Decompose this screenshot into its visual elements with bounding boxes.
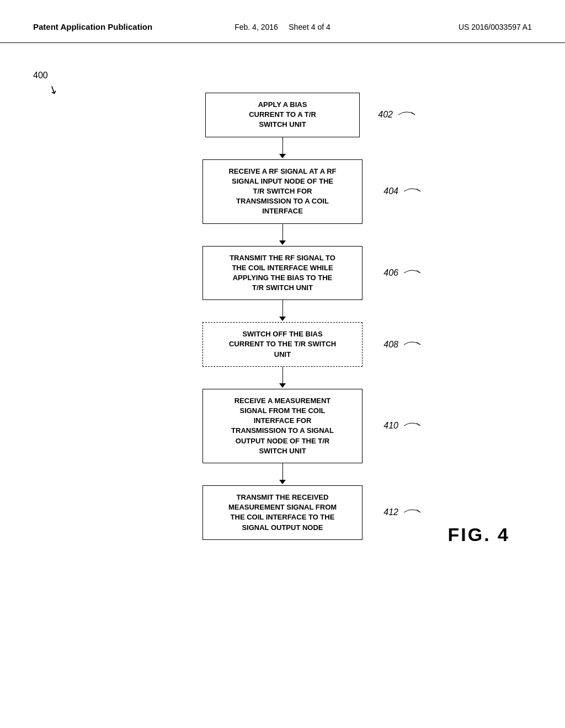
svg-line-5 [417,510,420,512]
ref-curve-402 [396,109,418,120]
flow-box-402-text: APPLY A BIASCURRENT TO A T/RSWITCH UNIT [249,100,316,129]
flow-node-row-410: RECEIVE A MEASUREMENTSIGNAL FROM THE COI… [117,389,448,463]
flow-box-410-text: RECEIVE A MEASUREMENTSIGNAL FROM THE COI… [231,397,334,455]
arrow-3 [279,300,286,322]
diagram-area: 400 ↘ APPLY A BIASCURRENT TO A T/RSWITCH… [0,43,565,562]
sheet-info: Sheet 4 of 4 [289,23,331,31]
flow-box-410: RECEIVE A MEASUREMENTSIGNAL FROM THE COI… [202,389,363,463]
ref-curve-406 [401,267,423,279]
flow-box-408-text: SWITCH OFF THE BIASCURRENT TO THE T/R SW… [229,330,336,358]
publication-date: Feb. 4, 2016 [234,23,278,31]
ref-number-402: 402 [378,110,393,120]
svg-line-4 [417,423,420,426]
publication-date-sheet: Feb. 4, 2016 Sheet 4 of 4 [234,23,331,31]
flow-node-row-404: RECEIVE A RF SIGNAL AT A RFSIGNAL INPUT … [117,159,448,224]
svg-line-3 [417,342,420,345]
ref-number-412: 412 [383,507,398,517]
ref-label-408: 408 [383,339,423,350]
flow-node-row-408: SWITCH OFF THE BIASCURRENT TO THE T/R SW… [117,322,448,367]
ref-label-402: 402 [378,109,418,120]
flow-box-402: APPLY A BIASCURRENT TO A T/RSWITCH UNIT [205,93,360,137]
arrow-1 [279,137,286,159]
flow-box-404: RECEIVE A RF SIGNAL AT A RFSIGNAL INPUT … [202,159,363,224]
flow-box-408: SWITCH OFF THE BIASCURRENT TO THE T/R SW… [202,322,363,367]
flow-box-406-text: TRANSMIT THE RF SIGNAL TOTHE COIL INTERF… [230,254,335,292]
ref-number-406: 406 [383,268,398,278]
ref-label-406: 406 [383,267,423,279]
ref-number-404: 404 [383,186,398,196]
patent-number: US 2016/0033597 A1 [342,23,532,31]
ref-curve-410 [401,420,423,431]
flow-box-412-text: TRANSMIT THE RECEIVEDMEASUREMENT SIGNAL … [228,493,337,532]
arrow-5 [279,463,286,485]
ref-curve-408 [401,339,423,350]
flow-box-406: TRANSMIT THE RF SIGNAL TOTHE COIL INTERF… [202,246,363,301]
page-header: Patent Application Publication Feb. 4, 2… [0,0,565,43]
ref-label-410: 410 [383,420,423,431]
svg-line-0 [411,112,415,115]
ref-label-412: 412 [383,507,423,518]
flow-box-404-text: RECEIVE A RF SIGNAL AT A RFSIGNAL INPUT … [228,167,336,216]
ref-label-404: 404 [383,186,423,197]
svg-line-2 [417,270,420,273]
flow-node-row-406: TRANSMIT THE RF SIGNAL TOTHE COIL INTERF… [117,246,448,301]
ref-number-408: 408 [383,340,398,350]
flow-node-row-412: TRANSMIT THE RECEIVEDMEASUREMENT SIGNAL … [117,485,448,540]
ref-curve-412 [401,507,423,518]
fig-caption: FIG. 4 [448,524,510,545]
arrow-4 [279,367,286,389]
flowchart: APPLY A BIASCURRENT TO A T/RSWITCH UNIT … [33,76,532,540]
svg-line-1 [417,189,420,191]
flow-box-412: TRANSMIT THE RECEIVEDMEASUREMENT SIGNAL … [202,485,363,540]
arrow-2 [279,224,286,246]
flow-node-row-402: APPLY A BIASCURRENT TO A T/RSWITCH UNIT … [117,93,448,137]
ref-number-410: 410 [383,421,398,431]
ref-curve-404 [401,186,423,197]
publication-label: Patent Application Publication [33,22,223,31]
